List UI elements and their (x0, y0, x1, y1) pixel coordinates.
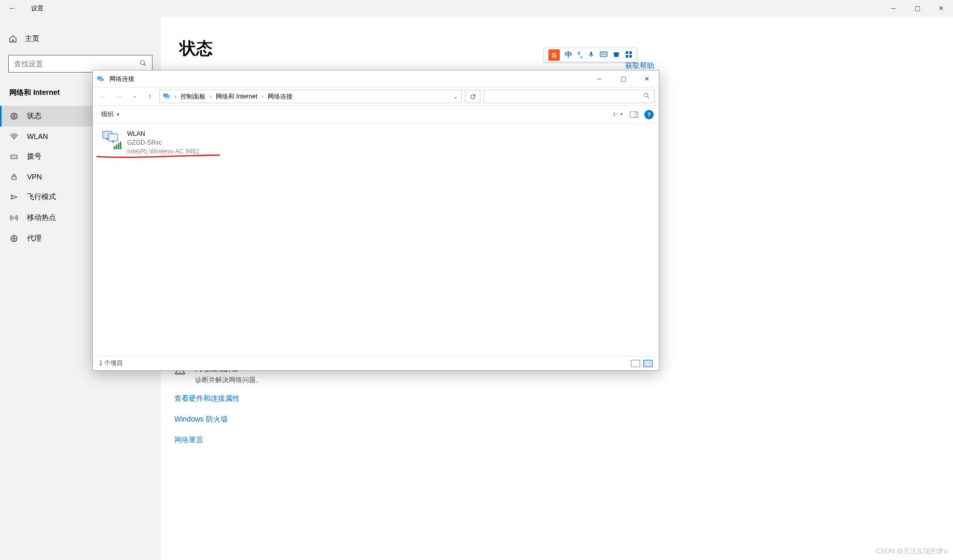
home-label: 主页 (25, 34, 39, 44)
nav-back-button[interactable]: ← (97, 90, 109, 103)
nav-label: 拨号 (27, 152, 42, 161)
svg-rect-28 (614, 115, 615, 116)
nav-label: 代理 (27, 234, 42, 243)
organize-menu[interactable]: 组织 ▼ (98, 108, 123, 121)
icons-view-button[interactable] (643, 360, 653, 367)
svg-rect-36 (112, 141, 114, 143)
ime-lang[interactable]: 中 (565, 50, 572, 60)
link-hardware-props[interactable]: 查看硬件和连接属性 (174, 394, 537, 403)
explorer-title: 网络连接 (109, 75, 134, 83)
organize-label: 组织 (101, 110, 114, 119)
svg-rect-8 (12, 176, 16, 179)
nav-label: 状态 (27, 111, 42, 121)
vpn-icon (9, 173, 19, 181)
svg-rect-37 (114, 146, 115, 149)
wifi-icon (9, 132, 19, 141)
explorer-content[interactable]: WLAN GZGD-SRvc Intel(R) Wireless-AC 9462 (93, 123, 659, 356)
home-icon (8, 35, 18, 43)
watermark: CSDN @无法实现的梦α (876, 547, 948, 556)
settings-titlebar: ← 设置 ─ ▢ ✕ (0, 0, 953, 17)
svg-rect-27 (614, 113, 615, 114)
explorer-toolbar: 组织 ▼ ▼ ? (93, 106, 659, 123)
explorer-close-button[interactable]: ✕ (635, 71, 659, 87)
svg-line-26 (647, 96, 649, 98)
minimize-button[interactable]: ─ (881, 0, 905, 17)
window-title: 设置 (25, 4, 44, 13)
ime-skin-icon[interactable] (613, 51, 620, 59)
explorer-titlebar: 网络连接 ─ ▢ ✕ (93, 71, 659, 87)
sogou-logo-icon[interactable]: S (548, 49, 560, 61)
explorer-statusbar: 1 个项目 (93, 356, 659, 370)
svg-rect-35 (108, 134, 118, 141)
breadcrumb-separator: › (208, 93, 214, 100)
svg-rect-34 (106, 138, 108, 140)
search-icon (140, 60, 147, 68)
address-dropdown-icon[interactable]: ⌄ (449, 93, 458, 100)
svg-point-5 (12, 157, 13, 158)
address-box[interactable]: › 控制面板 › 网络和 Internet › 网络连接 ⌄ (159, 90, 462, 103)
bottom-links-area: 网络疑难解答 诊断并解决网络问题。 查看硬件和连接属性 Windows 防火墙 … (174, 364, 537, 456)
link-network-reset[interactable]: 网络重置 (174, 436, 537, 445)
nav-label: 飞行模式 (27, 192, 56, 202)
svg-point-6 (13, 157, 15, 158)
explorer-minimize-button[interactable]: ─ (587, 71, 611, 87)
ime-keyboard-icon[interactable] (600, 51, 607, 59)
svg-point-9 (13, 217, 15, 218)
breadcrumb-item[interactable]: 网络连接 (268, 92, 293, 101)
item-count: 1 个项目 (99, 359, 123, 368)
annotation-underline (96, 153, 220, 161)
svg-rect-39 (118, 143, 119, 149)
svg-point-7 (15, 157, 16, 158)
ime-toolbox-icon[interactable] (625, 51, 632, 60)
search-icon (643, 92, 650, 101)
dialup-icon (9, 152, 19, 161)
hotspot-icon (9, 214, 19, 222)
ime-punct-icon[interactable]: °, (577, 51, 583, 59)
breadcrumb-item[interactable]: 控制面板 (181, 92, 205, 101)
nav-label: WLAN (27, 132, 48, 141)
ime-toolbar[interactable]: S 中 °, (544, 48, 637, 62)
view-options-button[interactable]: ▼ (613, 109, 624, 120)
preview-pane-button[interactable] (629, 109, 639, 120)
proxy-icon (9, 234, 19, 243)
ime-mic-icon[interactable] (588, 51, 595, 59)
connection-text: WLAN GZGD-SRvc Intel(R) Wireless-AC 9462 (127, 130, 199, 156)
maximize-button[interactable]: ▢ (905, 0, 929, 17)
get-help-link[interactable]: 获取帮助 (625, 61, 654, 71)
svg-rect-14 (600, 52, 606, 57)
svg-point-25 (644, 93, 648, 97)
nav-up-button[interactable]: ↑ (144, 90, 156, 103)
svg-rect-22 (99, 78, 104, 81)
nav-forward-button: → (113, 90, 125, 103)
svg-rect-32 (634, 112, 638, 117)
refresh-button[interactable] (465, 90, 480, 103)
svg-rect-24 (165, 95, 170, 98)
window-controls: ─ ▢ ✕ (881, 0, 953, 17)
view-toggle-group (631, 360, 653, 367)
svg-line-1 (144, 64, 146, 66)
explorer-maximize-button[interactable]: ▢ (611, 71, 635, 87)
explorer-addressbar: ← → ▾ ↑ › 控制面板 › 网络和 Internet › 网络连接 ⌄ (93, 87, 659, 106)
help-button[interactable]: ? (644, 110, 654, 119)
search-input[interactable] (14, 60, 140, 68)
breadcrumb-item[interactable]: 网络和 Internet (216, 92, 257, 101)
svg-point-3 (13, 138, 15, 139)
network-connections-icon (97, 75, 105, 83)
link-firewall[interactable]: Windows 防火墙 (174, 415, 537, 424)
home-nav-item[interactable]: 主页 (0, 29, 161, 49)
explorer-search-box[interactable] (484, 90, 655, 103)
nav-recent-dropdown[interactable]: ▾ (128, 90, 141, 103)
breadcrumb-separator: › (172, 93, 178, 100)
svg-rect-40 (120, 142, 121, 149)
toolbar-right: ▼ ? (613, 109, 654, 120)
wlan-adapter-icon (101, 130, 123, 151)
connection-name: WLAN (127, 130, 199, 138)
close-button[interactable]: ✕ (929, 0, 953, 17)
details-view-button[interactable] (631, 360, 640, 367)
breadcrumb-separator: › (259, 93, 266, 100)
troubleshoot-subtitle: 诊断并解决网络问题。 (195, 375, 263, 385)
back-button[interactable]: ← (0, 4, 25, 13)
svg-point-12 (179, 372, 181, 373)
svg-rect-18 (629, 51, 632, 54)
airplane-icon (9, 193, 19, 201)
